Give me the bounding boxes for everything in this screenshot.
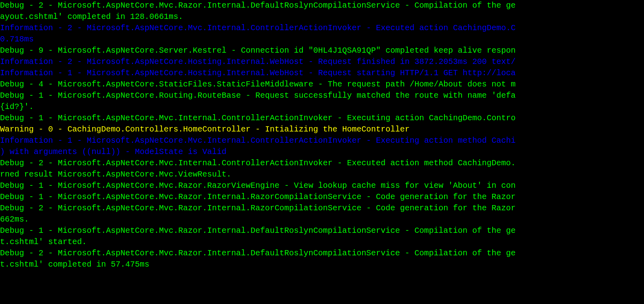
log-line: Debug - 2 - Microsoft.AspNetCore.Mvc.Raz… xyxy=(0,248,644,259)
log-line: Debug - 1 - Microsoft.AspNetCore.Routing… xyxy=(0,90,644,101)
log-line: Debug - 4 - Microsoft.AspNetCore.StaticF… xyxy=(0,79,644,90)
log-line: Information - 1 - Microsoft.AspNetCore.H… xyxy=(0,68,644,79)
log-line: ayout.cshtml' completed in 128.0661ms. xyxy=(0,11,644,23)
log-line: {id?}'. xyxy=(0,101,644,113)
log-line: Warning - 0 - CachingDemo.Controllers.Ho… xyxy=(0,124,644,135)
log-line: Debug - 2 - Microsoft.AspNetCore.Mvc.Raz… xyxy=(0,0,644,11)
log-line: ) with arguments ((null)) - ModelState i… xyxy=(0,146,644,158)
log-line: t.cshtml' started. xyxy=(0,236,644,248)
log-line: t.cshtml' completed in 57.475ms xyxy=(0,259,644,270)
log-line: Information - 2 - Microsoft.AspNetCore.M… xyxy=(0,23,644,34)
log-line: Debug - 1 - Microsoft.AspNetCore.Mvc.Raz… xyxy=(0,180,644,191)
log-line: 0.718ms xyxy=(0,34,644,45)
log-line: Debug - 1 - Microsoft.AspNetCore.Mvc.Raz… xyxy=(0,191,644,203)
log-line: 662ms. xyxy=(0,214,644,225)
log-line: Information - 1 - Microsoft.AspNetCore.M… xyxy=(0,135,644,146)
log-line: Debug - 2 - Microsoft.AspNetCore.Mvc.Raz… xyxy=(0,203,644,214)
log-line: Debug - 9 - Microsoft.AspNetCore.Server.… xyxy=(0,45,644,56)
log-line: Information - 2 - Microsoft.AspNetCore.H… xyxy=(0,56,644,68)
log-line: Debug - 2 - Microsoft.AspNetCore.Mvc.Int… xyxy=(0,158,644,169)
console-output[interactable]: Debug - 2 - Microsoft.AspNetCore.Mvc.Raz… xyxy=(0,0,644,304)
log-line: Debug - 1 - Microsoft.AspNetCore.Mvc.Int… xyxy=(0,113,644,124)
log-line: rned result Microsoft.AspNetCore.Mvc.Vie… xyxy=(0,169,644,180)
log-line: Debug - 1 - Microsoft.AspNetCore.Mvc.Raz… xyxy=(0,225,644,236)
